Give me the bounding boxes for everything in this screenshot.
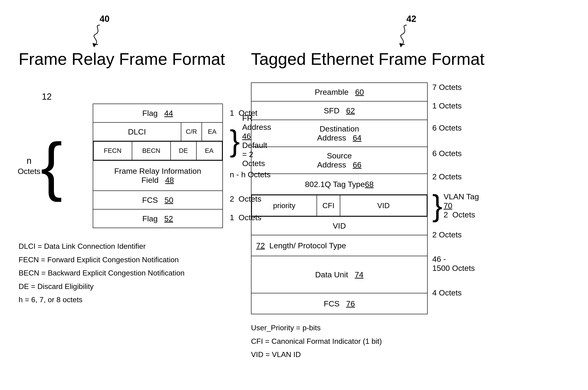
table-row: Preamble 60	[251, 83, 428, 101]
table-row: 802.1Q Tag Type68	[251, 174, 428, 195]
table-row: DLCI C/R EA	[93, 122, 223, 141]
flag-ref: 44	[164, 109, 173, 118]
n-brace: {	[41, 133, 62, 198]
eth-fcs-label: FCS	[324, 299, 340, 308]
src-label: SourceAddress	[317, 151, 352, 169]
fr-legend: DLCI = Data Link Connection Identifier F…	[19, 240, 228, 307]
vlan-ref: 70	[443, 201, 452, 210]
ea-label-2: EA	[196, 142, 222, 160]
eth-annot-length: 2 Octets	[432, 224, 479, 245]
legend-item-h: h = 6, 7, or 8 octets	[19, 293, 228, 307]
eth-legend: User_Priority = p-bits CFI = Canonical F…	[251, 321, 553, 361]
becn-cell: BECN	[132, 142, 171, 160]
flag-label: Flag	[142, 109, 158, 118]
eth-legend-priority: User_Priority = p-bits	[251, 321, 553, 335]
priority-cell: priority	[252, 195, 317, 216]
eth-annot-data: 46 -1500 Octets	[432, 245, 479, 282]
data-unit-ref: 74	[355, 270, 364, 279]
info-ref: 48	[165, 176, 174, 185]
length-proto-ref: 72	[256, 241, 265, 250]
squiggle-arrow-42	[395, 24, 414, 47]
table-row: DestinationAddress 64	[251, 120, 428, 147]
right-title: Tagged Ethernet Frame Format	[251, 49, 553, 68]
table-row: Data Unit 74	[251, 256, 428, 293]
eth-annot-fcs: 4 Octets	[432, 282, 479, 303]
eth-fcs-ref: 76	[346, 299, 355, 308]
fecn-cell: FECN	[93, 142, 132, 160]
preamble-label: Preamble	[315, 88, 349, 97]
eth-annot-preamble: 7 Octets	[432, 78, 479, 97]
legend-item-dlci: DLCI = Data Link Connection Identifier	[19, 240, 228, 253]
table-row: VID	[251, 216, 428, 235]
eth-annot-dest: 6 Octets	[432, 115, 479, 141]
legend-item-fecn: FECN = Forward Explicit Congestion Notif…	[19, 253, 228, 267]
sfd-label: SFD	[324, 106, 340, 115]
vlan-octets: 2 Octets	[443, 210, 479, 219]
table-row: 72 Length/ Protocol Type	[251, 235, 428, 256]
sfd-ref: 62	[346, 106, 355, 115]
cr-label: C/R	[186, 128, 197, 135]
ref-42-number: 42	[407, 14, 416, 24]
tag-type-label: 802.1Q Tag Type	[305, 180, 365, 189]
table-row: SourceAddress 66	[251, 147, 428, 174]
squiggle-arrow-40	[88, 24, 107, 47]
fcs-ref: 50	[164, 195, 173, 204]
table-row: Frame Relay InformationField 48	[93, 160, 223, 191]
eth-legend-cfi: CFI = Canonical Format Indicator (1 bit)	[251, 335, 553, 348]
vlan-tag-label: VLAN Tag	[443, 192, 479, 201]
eth-annot-tagtype: 2 Octets	[432, 166, 479, 187]
legend-item-de: DE = Discard Eligibility	[19, 280, 228, 293]
vid-top-cell: VID	[340, 195, 427, 216]
ea-label-1: EA	[208, 128, 216, 135]
eth-annot-src: 6 Octets	[432, 141, 479, 166]
flag2-ref: 52	[164, 214, 173, 223]
eth-annot-vlan: } VLAN Tag 70 2 Octets	[432, 187, 479, 224]
legend-item-becn: BECN = Backward Explicit Congestion Noti…	[19, 266, 228, 280]
eth-legend-vid: VID = VLAN ID	[251, 348, 553, 361]
table-row: FCS 50	[93, 191, 223, 209]
table-row: FCS 76	[251, 293, 428, 314]
fr-address-ref: 46	[242, 132, 251, 141]
fcs-label: FCS	[142, 195, 158, 204]
length-proto-label: Length/ Protocol Type	[269, 241, 346, 250]
data-unit-label: Data Unit	[315, 270, 348, 279]
vid-label: VID	[333, 221, 346, 230]
octets-label: Octets	[18, 167, 41, 176]
info-label: Frame Relay InformationField	[114, 167, 201, 185]
flag2-label: Flag	[142, 214, 158, 223]
dest-ref: 64	[353, 133, 362, 142]
cfi-cell: CFI	[317, 195, 340, 216]
de-cell: DE	[171, 142, 196, 160]
table-row: priority CFI VID	[251, 195, 428, 216]
left-title: Frame Relay Frame Format	[19, 49, 228, 68]
tag-type-ref: 68	[365, 180, 374, 189]
ref-40-number: 40	[100, 14, 109, 24]
dlci-label: DLCI	[128, 127, 146, 136]
fr-bracket-ref: 12	[42, 92, 228, 102]
eth-annot-sfd: 1 Octets	[432, 97, 479, 115]
preamble-ref: 60	[355, 88, 364, 97]
table-row: Flag 44	[93, 104, 223, 122]
src-ref: 66	[353, 160, 362, 169]
eth-frame-table: Preamble 60 SFD 62 Des	[251, 83, 428, 314]
table-row: Flag 52	[93, 209, 223, 228]
table-row: SFD 62	[251, 101, 428, 120]
table-row: FECN BECN DE EA	[93, 141, 223, 160]
fr-frame-table: Flag 44 DLCI C/R	[93, 104, 223, 228]
n-label: n	[26, 156, 31, 166]
